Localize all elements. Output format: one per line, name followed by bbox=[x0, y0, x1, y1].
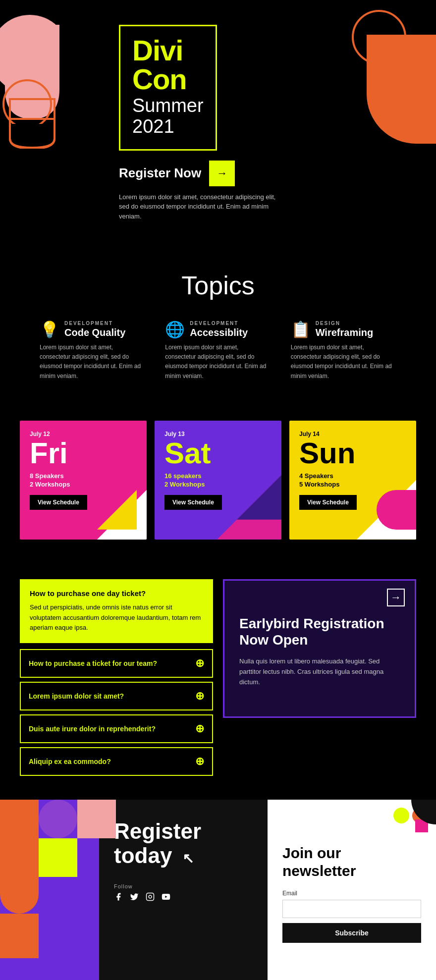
card-sat-schedule-btn[interactable]: View Schedule bbox=[164, 495, 222, 510]
card-sat-workshops: 2 Workshops bbox=[164, 481, 272, 488]
hero-subtitle: Summer 2021 bbox=[132, 96, 204, 137]
card-fri-speakers: 8 Speakers bbox=[30, 472, 137, 480]
card-sun-schedule-btn[interactable]: View Schedule bbox=[299, 495, 357, 510]
footer-newsletter-col: Join our newsletter Email Subscribe bbox=[268, 800, 436, 980]
reg-arrow-icon[interactable]: → bbox=[387, 589, 405, 606]
footer-social-area: Follow bbox=[114, 883, 253, 904]
card-fri-workshops: 2 Workshops bbox=[30, 481, 137, 488]
faq-registration-section: How to purchase one day ticket? Sed ut p… bbox=[0, 559, 436, 800]
schedule-section: July 12 Fri 8 Speakers 2 Workshops View … bbox=[0, 401, 436, 559]
hero-register-label: Register Now bbox=[119, 165, 201, 181]
faq-item-1[interactable]: How to purchase a ticket for our team? ⊕ bbox=[20, 649, 213, 678]
hero-title: Divi Con bbox=[132, 36, 204, 94]
hero-register-button[interactable]: → bbox=[209, 161, 235, 186]
topic-category-3: DESIGN bbox=[316, 321, 374, 326]
schedule-card-fri: July 12 Fri 8 Speakers 2 Workshops View … bbox=[20, 421, 147, 540]
facebook-icon[interactable] bbox=[114, 892, 123, 904]
topic-category-1: DEVELOPMENT bbox=[64, 321, 125, 326]
topics-title: Topics bbox=[40, 271, 396, 300]
footer-pink-rect bbox=[77, 800, 116, 838]
email-label: Email bbox=[282, 890, 421, 897]
card-sun-speakers: 4 Speakers bbox=[299, 472, 406, 480]
faq-featured-question: How to purchase one day ticket? bbox=[30, 589, 203, 598]
faq-plus-icon-4: ⊕ bbox=[195, 755, 204, 768]
topic-icon-row-1: 💡 DEVELOPMENT Code Quality bbox=[40, 320, 145, 339]
card-sun-day: Sun bbox=[299, 438, 406, 468]
faq-question-2: Lorem ipsum dolor sit amet? bbox=[29, 692, 124, 700]
faq-plus-icon-1: ⊕ bbox=[195, 657, 204, 670]
topics-section: Topics 💡 DEVELOPMENT Code Quality Lorem … bbox=[0, 241, 436, 401]
topic-icon-row-2: 🌐 DEVELOPMENT Accessiblity bbox=[165, 320, 271, 339]
footer-orange-rect bbox=[0, 800, 39, 874]
footer-section: Register today ↖ Follow bbox=[0, 800, 436, 980]
faq-column: How to purchase one day ticket? Sed ut p… bbox=[20, 579, 213, 780]
topic-item-1: 💡 DEVELOPMENT Code Quality Lorem ipsum d… bbox=[40, 320, 145, 381]
faq-question-1: How to purchase a ticket for our team? bbox=[29, 659, 157, 667]
schedule-card-sun: July 14 Sun 4 Speakers 5 Workshops View … bbox=[289, 421, 416, 540]
footer-social-links bbox=[114, 892, 253, 904]
lightbulb-icon: 💡 bbox=[40, 320, 59, 339]
topic-name-2: Accessiblity bbox=[190, 327, 248, 338]
nl-yellow-circle bbox=[393, 808, 409, 823]
footer-register-title: Register today ↖ bbox=[114, 819, 253, 868]
footer-purple-circle bbox=[39, 800, 77, 838]
subscribe-button[interactable]: Subscribe bbox=[282, 923, 421, 943]
faq-item-4[interactable]: Aliquip ex ea commodo? ⊕ bbox=[20, 747, 213, 776]
faq-plus-icon-3: ⊕ bbox=[195, 722, 204, 735]
topics-grid: 💡 DEVELOPMENT Code Quality Lorem ipsum d… bbox=[40, 320, 396, 381]
hero-section: Divi Con Summer 2021 Register Now → Lore… bbox=[0, 0, 436, 241]
registration-card: → Earlybird Registration Now Open Nulla … bbox=[223, 579, 416, 718]
card-fri-day: Fri bbox=[30, 438, 137, 468]
schedule-card-sat: July 13 Sat 16 speakers 2 Workshops View… bbox=[155, 421, 281, 540]
faq-question-4: Aliquip ex ea commodo? bbox=[29, 758, 111, 765]
topic-desc-3: Lorem ipsum dolor sit amet, consectetur … bbox=[291, 343, 396, 381]
wireframe-icon: 📋 bbox=[291, 320, 311, 339]
card-fri-shape2 bbox=[97, 490, 137, 530]
hero-register-row: Register Now → bbox=[119, 161, 436, 186]
faq-featured-answer: Sed ut perspiciatis, unde omnis iste nat… bbox=[30, 602, 203, 633]
card-sat-day: Sat bbox=[164, 438, 272, 468]
footer-follow-label: Follow bbox=[114, 883, 253, 889]
topic-category-2: DEVELOPMENT bbox=[190, 321, 248, 326]
card-sun-workshops: 5 Workshops bbox=[299, 481, 406, 488]
topic-name-1: Code Quality bbox=[64, 327, 125, 338]
hero-content: Divi Con Summer 2021 Register Now → Lore… bbox=[119, 25, 436, 221]
topic-item-2: 🌐 DEVELOPMENT Accessiblity Lorem ipsum d… bbox=[165, 320, 271, 381]
card-sat-speakers: 16 speakers bbox=[164, 472, 272, 480]
topic-desc-1: Lorem ipsum dolor sit amet, consectetur … bbox=[40, 343, 145, 381]
email-input[interactable] bbox=[282, 900, 421, 918]
faq-plus-icon-2: ⊕ bbox=[195, 690, 204, 703]
topic-desc-2: Lorem ipsum dolor sit amet, consectetur … bbox=[165, 343, 271, 381]
card-fri-schedule-btn[interactable]: View Schedule bbox=[30, 495, 87, 510]
newsletter-title: Join our newsletter bbox=[282, 844, 421, 880]
hero-title-box: Divi Con Summer 2021 bbox=[119, 25, 217, 151]
twitter-icon[interactable] bbox=[130, 892, 139, 904]
hero-description: Lorem ipsum dolor sit amet, consectetur … bbox=[119, 192, 277, 221]
instagram-icon[interactable] bbox=[146, 892, 155, 904]
topic-name-3: Wireframing bbox=[316, 327, 374, 338]
topic-item-3: 📋 DESIGN Wireframing Lorem ipsum dolor s… bbox=[291, 320, 396, 381]
footer-left-shapes bbox=[0, 800, 99, 958]
faq-item-3[interactable]: Duis aute irure dolor in reprehenderit? … bbox=[20, 714, 213, 743]
faq-question-3: Duis aute irure dolor in reprehenderit? bbox=[29, 725, 156, 733]
registration-title: Earlybird Registration Now Open bbox=[239, 615, 400, 649]
svg-rect-0 bbox=[147, 893, 154, 901]
topic-icon-row-3: 📋 DESIGN Wireframing bbox=[291, 320, 396, 339]
footer-yellow-square bbox=[39, 838, 77, 877]
hero-pink-shape bbox=[0, 15, 59, 124]
globe-icon: 🌐 bbox=[165, 320, 185, 339]
faq-item-2[interactable]: Lorem ipsum dolor sit amet? ⊕ bbox=[20, 682, 213, 710]
footer-orange-bottom bbox=[0, 914, 39, 958]
registration-description: Nulla quis lorem ut libero malesuada feu… bbox=[239, 656, 400, 687]
footer-cursor-icon: ↖ bbox=[182, 851, 194, 866]
footer-orange-half bbox=[0, 874, 39, 914]
faq-featured-item: How to purchase one day ticket? Sed ut p… bbox=[20, 579, 213, 643]
footer-grid: Register today ↖ Follow bbox=[99, 800, 436, 980]
youtube-icon[interactable] bbox=[162, 892, 170, 904]
card-sun-shape2 bbox=[377, 490, 416, 530]
footer-register-col: Register today ↖ Follow bbox=[99, 800, 268, 980]
